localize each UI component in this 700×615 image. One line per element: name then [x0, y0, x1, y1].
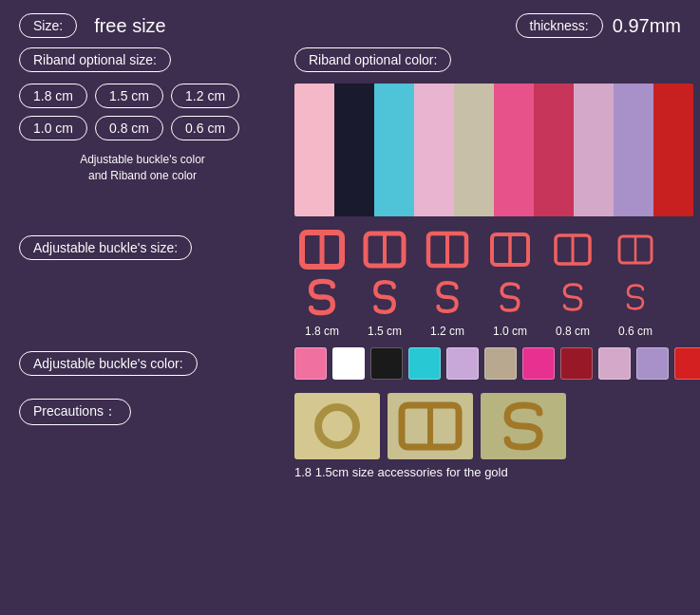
buckle-label-2: 1.5 cm	[357, 325, 412, 338]
buckle-sizes-row: 1.8 cm 1.5 cm 1.2 cm 1.0 cm 0.8 cm 0.6 c…	[294, 325, 663, 338]
color-label-col: Adjustable buckle's color:	[19, 351, 266, 376]
riband-left-col: Riband optional size: 1.8 cm 1.5 cm 1.2 …	[19, 47, 266, 216]
size-badge: Size:	[19, 13, 77, 38]
buckle-label-4: 1.0 cm	[482, 325, 538, 338]
precautions-section: Precautions： 1.8 1.	[0, 380, 700, 479]
riband-size-2: 1.5 cm	[95, 84, 163, 108]
riband-size-6: 0.6 cm	[171, 116, 239, 140]
buckle-label-6: 0.6 cm	[608, 325, 663, 338]
buckle-sq-1	[294, 226, 350, 273]
stripe-7	[534, 84, 574, 216]
stripe-2	[334, 84, 374, 216]
buckle-s-5	[545, 273, 600, 321]
buckle-sq-3	[420, 226, 475, 273]
gold-ring	[294, 393, 380, 459]
thickness-value: 0.97mm	[613, 15, 681, 37]
color-swatches	[294, 347, 700, 380]
buckle-s-4	[482, 273, 538, 321]
precautions-label-col: Precautions：	[19, 393, 266, 425]
buckle-visuals: 1.8 cm 1.5 cm 1.2 cm 1.0 cm 0.8 cm 0.6 c…	[294, 226, 663, 338]
gold-accessories	[294, 393, 566, 459]
buckle-sq-4	[482, 226, 538, 273]
buckle-label-1: 1.8 cm	[294, 325, 350, 338]
riband-color-badge: Riband optional color:	[294, 47, 451, 72]
swatch-5	[446, 347, 479, 380]
buckle-label-col: Adjustable buckle's size:	[19, 226, 266, 260]
buckle-size-badge: Adjustable buckle's size:	[19, 235, 192, 260]
stripe-8	[574, 84, 614, 216]
swatch-1	[294, 347, 327, 380]
buckle-top-row	[294, 226, 663, 273]
color-section: Adjustable buckle's color:	[0, 338, 700, 380]
buckle-sq-5	[545, 226, 600, 273]
gold-caption: 1.8 1.5cm size accessories for the gold	[294, 465, 566, 479]
stripe-6	[494, 84, 534, 216]
buckle-label-5: 0.8 cm	[545, 325, 600, 338]
buckle-s-1	[294, 273, 350, 321]
buckle-sq-6	[608, 226, 663, 273]
riband-size-4: 1.0 cm	[19, 116, 87, 140]
buckle-color-badge: Adjustable buckle's color:	[19, 351, 198, 376]
stripe-5	[454, 84, 494, 216]
stripe-1	[294, 84, 334, 216]
riband-note: Adjustable buckle's colorand Riband one …	[19, 152, 266, 184]
buckle-sq-2	[357, 226, 412, 273]
riband-size-5: 0.8 cm	[95, 116, 163, 140]
riband-color-image	[294, 84, 693, 216]
size-value: free size	[94, 15, 166, 37]
stripe-4	[414, 84, 454, 216]
buckle-section: Adjustable buckle's size:	[0, 216, 700, 338]
precautions-content: 1.8 1.5cm size accessories for the gold	[294, 393, 566, 479]
swatch-9	[598, 347, 631, 380]
precautions-badge: Precautions：	[19, 399, 131, 425]
buckle-label-3: 1.2 cm	[420, 325, 475, 338]
riband-right-col: Riband optional color:	[294, 47, 693, 216]
gold-square-buckle	[388, 393, 473, 459]
riband-color-title: Riband optional color:	[294, 47, 693, 72]
stripe-10	[653, 84, 693, 216]
swatch-8	[560, 347, 593, 380]
swatch-10	[636, 347, 669, 380]
riband-size-pills: 1.8 cm 1.5 cm 1.2 cm 1.0 cm 0.8 cm 0.6 c…	[19, 84, 266, 140]
swatch-7	[522, 347, 555, 380]
thickness-section: thickness: 0.97mm	[516, 13, 682, 38]
buckle-s-6	[608, 273, 663, 321]
riband-size-title: Riband optional size:	[19, 47, 266, 72]
stripe-9	[614, 84, 653, 216]
swatch-6	[484, 347, 517, 380]
buckle-s-3	[420, 273, 475, 321]
buckle-bottom-row	[294, 273, 663, 321]
swatch-3	[370, 347, 403, 380]
riband-size-badge: Riband optional size:	[19, 47, 171, 72]
stripe-3	[374, 84, 414, 216]
gold-s-buckle	[481, 393, 566, 459]
riband-size-3: 1.2 cm	[171, 84, 239, 108]
thickness-badge: thickness:	[516, 13, 603, 38]
svg-point-12	[318, 407, 356, 445]
top-row: Size: free size thickness: 0.97mm	[0, 0, 700, 38]
swatch-4	[408, 347, 441, 380]
swatch-2	[332, 347, 365, 380]
buckle-s-2	[357, 273, 412, 321]
riband-size-1: 1.8 cm	[19, 84, 87, 108]
riband-row: Riband optional size: 1.8 cm 1.5 cm 1.2 …	[0, 38, 700, 216]
swatch-11	[674, 347, 700, 380]
